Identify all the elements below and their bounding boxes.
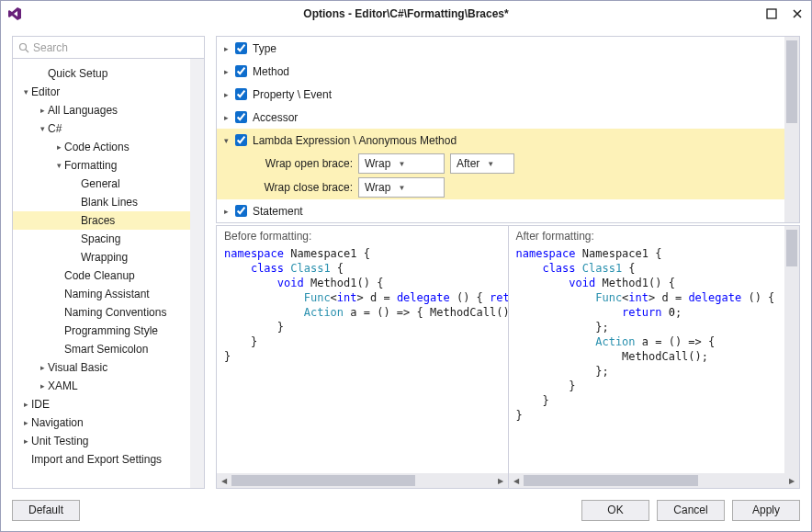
sidebar: Quick Setup▾Editor▸All Languages▾C#▸Code… — [12, 36, 205, 489]
before-code: namespace Namespace1 { class Class1 { vo… — [217, 246, 508, 471]
before-label: Before formatting: — [217, 226, 508, 246]
option-lambda-label: Lambda Expression \ Anonymous Method — [253, 134, 457, 147]
tree-item[interactable]: Braces — [13, 211, 204, 230]
tree-item-label: Naming Conventions — [64, 306, 166, 319]
tree-item[interactable]: ▾Editor — [13, 83, 204, 101]
tree-scrollbar[interactable] — [190, 59, 204, 488]
after-code: namespace Namespace1 { class Class1 { vo… — [509, 246, 800, 471]
expand-icon[interactable]: ▸ — [217, 67, 235, 76]
close-icon[interactable] — [789, 6, 806, 22]
option-row[interactable]: ▸Method — [217, 60, 799, 83]
vs-logo-icon — [6, 6, 23, 22]
scroll-left-icon[interactable]: ◀ — [509, 473, 524, 488]
tree-item[interactable]: ▸IDE — [13, 395, 204, 413]
tree-item[interactable]: Blank Lines — [13, 193, 204, 211]
option-label: Method — [253, 65, 289, 78]
tree-item-label: Spacing — [81, 232, 120, 245]
tree-item[interactable]: Import and Export Settings — [13, 450, 204, 469]
tree-item-label: Blank Lines — [81, 196, 138, 209]
expand-icon[interactable]: ▸ — [20, 418, 31, 427]
tree-item[interactable]: ▸Visual Basic — [13, 358, 204, 377]
tree-item-label: Programming Style — [64, 324, 158, 337]
tree-item[interactable]: Naming Conventions — [13, 303, 204, 322]
options-scrollbar[interactable] — [784, 37, 799, 222]
option-label: Accessor — [253, 111, 298, 124]
svg-rect-0 — [767, 9, 776, 18]
search-input[interactable] — [33, 41, 198, 54]
expand-icon[interactable]: ▸ — [217, 113, 235, 122]
tree-item[interactable]: Quick Setup — [13, 64, 204, 83]
options-pane: ▸Type▸Method▸Property \ Event▸Accessor ▾… — [216, 36, 800, 223]
wrap-open-dropdown[interactable]: Wrap ▼ — [358, 153, 445, 174]
tree-item[interactable]: Programming Style — [13, 322, 204, 340]
wrap-open-label: Wrap open brace: — [254, 157, 353, 170]
tree-item[interactable]: General — [13, 175, 204, 193]
scroll-right-icon[interactable]: ▶ — [493, 473, 508, 488]
tree-item-label: Quick Setup — [48, 67, 107, 80]
collapse-icon[interactable]: ▾ — [20, 87, 31, 96]
option-row[interactable]: ▸Accessor — [217, 106, 799, 129]
expand-icon[interactable]: ▸ — [20, 436, 31, 446]
chevron-down-icon: ▼ — [398, 160, 405, 168]
expand-icon[interactable]: ▸ — [217, 207, 235, 216]
option-checkbox[interactable] — [235, 65, 247, 77]
cancel-button[interactable]: Cancel — [657, 500, 725, 521]
option-lambda-row[interactable]: ▾ Lambda Expression \ Anonymous Method — [217, 129, 799, 152]
tree-item[interactable]: Naming Assistant — [13, 285, 204, 303]
expand-icon[interactable]: ▸ — [37, 381, 48, 391]
maximize-icon[interactable] — [763, 6, 780, 22]
tree-item[interactable]: Spacing — [13, 230, 204, 248]
expand-icon[interactable]: ▸ — [53, 142, 64, 152]
tree-item-label: Naming Assistant — [64, 288, 150, 300]
after-vscroll[interactable] — [784, 226, 799, 473]
wrap-open-pos-dropdown[interactable]: After ▼ — [450, 153, 514, 174]
expand-icon[interactable]: ▸ — [217, 90, 235, 99]
footer: Default OK Cancel Apply — [1, 489, 811, 531]
search-box[interactable] — [13, 37, 204, 59]
after-hscroll[interactable]: ◀ ▶ — [509, 473, 800, 488]
options-window: Options - Editor\C#\Formatting\Braces* Q… — [0, 0, 812, 532]
tree-item-label: Visual Basic — [48, 361, 107, 374]
tree-item-label: Import and Export Settings — [31, 453, 162, 466]
tree-item[interactable]: Wrapping — [13, 248, 204, 266]
collapse-icon[interactable]: ▾ — [53, 161, 64, 170]
scroll-right-icon[interactable]: ▶ — [784, 473, 799, 488]
expand-icon[interactable]: ▸ — [37, 363, 48, 372]
expand-icon[interactable]: ▸ — [37, 106, 48, 115]
titlebar: Options - Editor\C#\Formatting\Braces* — [1, 1, 811, 27]
expand-icon[interactable]: ▸ — [20, 400, 31, 409]
after-label: After formatting: — [509, 226, 800, 246]
collapse-icon[interactable]: ▾ — [217, 136, 235, 145]
expand-icon[interactable]: ▸ — [217, 44, 235, 53]
option-lambda-checkbox[interactable] — [235, 134, 247, 146]
tree-item-label: Navigation — [31, 416, 84, 429]
option-label: Type — [253, 42, 276, 55]
tree-item[interactable]: ▾C# — [13, 119, 204, 138]
tree-item[interactable]: ▸Navigation — [13, 413, 204, 432]
chevron-down-icon: ▼ — [398, 184, 405, 192]
before-hscroll[interactable]: ◀ ▶ — [217, 473, 508, 488]
tree-item[interactable]: ▸All Languages — [13, 101, 204, 119]
tree-item-label: Unit Testing — [31, 435, 88, 447]
collapse-icon[interactable]: ▾ — [37, 124, 48, 133]
svg-line-2 — [26, 50, 28, 52]
tree-item[interactable]: ▸Code Actions — [13, 138, 204, 156]
ok-button[interactable]: OK — [581, 500, 649, 521]
option-statement-checkbox[interactable] — [235, 205, 247, 217]
option-statement-row[interactable]: ▸ Statement — [217, 199, 799, 222]
apply-button[interactable]: Apply — [732, 500, 800, 521]
option-checkbox[interactable] — [235, 42, 247, 54]
tree-item[interactable]: ▾Formatting — [13, 156, 204, 175]
tree-item[interactable]: ▸Unit Testing — [13, 432, 204, 450]
wrap-close-dropdown[interactable]: Wrap ▼ — [358, 177, 445, 198]
tree-item[interactable]: Code Cleanup — [13, 266, 204, 285]
default-button[interactable]: Default — [12, 500, 80, 521]
scroll-left-icon[interactable]: ◀ — [217, 473, 231, 488]
option-checkbox[interactable] — [235, 111, 247, 123]
tree-item[interactable]: Smart Semicolon — [13, 340, 204, 358]
option-checkbox[interactable] — [235, 88, 247, 100]
tree-item[interactable]: ▸XAML — [13, 377, 204, 395]
option-row[interactable]: ▸Property \ Event — [217, 83, 799, 106]
option-row[interactable]: ▸Type — [217, 37, 799, 60]
tree-item-label: All Languages — [48, 104, 118, 117]
